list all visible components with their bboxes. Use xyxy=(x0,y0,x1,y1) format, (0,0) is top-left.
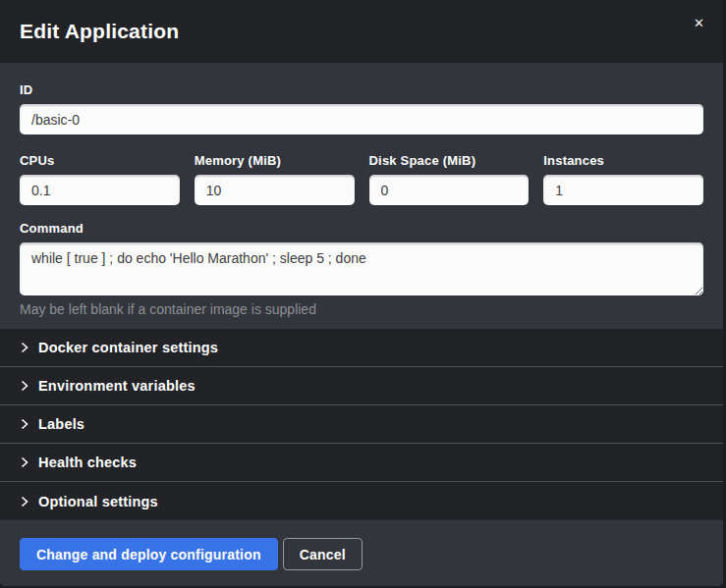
instances-field-group: Instances xyxy=(543,153,703,205)
modal-header: Edit Application ✕ xyxy=(0,0,723,63)
section-health-checks[interactable]: Health checks xyxy=(0,444,723,482)
page-title: Edit Application xyxy=(20,20,179,43)
memory-field-group: Memory (MiB) xyxy=(195,153,355,205)
section-label: Docker container settings xyxy=(38,340,218,355)
chevron-right-icon xyxy=(20,496,29,508)
memory-input[interactable] xyxy=(195,175,355,205)
disk-space-label: Disk Space (MiB) xyxy=(369,153,530,168)
chevron-right-icon xyxy=(20,456,29,468)
resources-row: CPUs Memory (MiB) Disk Space (MiB) Insta… xyxy=(20,153,703,205)
cancel-button[interactable]: Cancel xyxy=(283,538,363,570)
cpus-label: CPUs xyxy=(20,153,180,168)
section-label: Health checks xyxy=(38,454,137,470)
id-input[interactable] xyxy=(20,104,703,134)
collapsible-sections: Docker container settings Environment va… xyxy=(0,329,723,520)
chevron-right-icon xyxy=(20,418,29,430)
cpus-field-group: CPUs xyxy=(20,153,180,205)
section-label: Environment variables xyxy=(38,378,195,394)
section-label: Labels xyxy=(38,416,84,432)
instances-input[interactable] xyxy=(543,175,703,205)
id-label: ID xyxy=(20,82,703,97)
command-textarea[interactable]: while [ true ] ; do echo 'Hello Marathon… xyxy=(20,242,703,295)
command-field-group: Command while [ true ] ; do echo 'Hello … xyxy=(20,221,703,317)
instances-label: Instances xyxy=(543,153,703,168)
id-field-group: ID xyxy=(20,82,703,134)
section-docker-container-settings[interactable]: Docker container settings xyxy=(0,329,723,367)
section-optional-settings[interactable]: Optional settings xyxy=(0,482,723,520)
close-icon[interactable]: ✕ xyxy=(691,14,707,32)
chevron-right-icon xyxy=(20,380,29,392)
cpus-input[interactable] xyxy=(20,175,180,205)
section-labels[interactable]: Labels xyxy=(0,405,723,444)
memory-label: Memory (MiB) xyxy=(195,153,355,168)
chevron-right-icon xyxy=(20,342,29,353)
change-and-deploy-button[interactable]: Change and deploy configuration xyxy=(20,538,278,570)
command-help-text: May be left blank if a container image i… xyxy=(20,301,703,317)
application-form: ID CPUs Memory (MiB) Disk Space (MiB) In… xyxy=(0,63,723,329)
command-label: Command xyxy=(20,221,703,236)
disk-space-input[interactable] xyxy=(369,175,530,205)
section-environment-variables[interactable]: Environment variables xyxy=(0,367,723,405)
edit-application-modal: Edit Application ✕ ID CPUs Memory (MiB) … xyxy=(0,0,723,586)
section-label: Optional settings xyxy=(38,494,158,509)
modal-footer: Change and deploy configuration Cancel xyxy=(0,522,723,586)
disk-space-field-group: Disk Space (MiB) xyxy=(369,153,530,205)
